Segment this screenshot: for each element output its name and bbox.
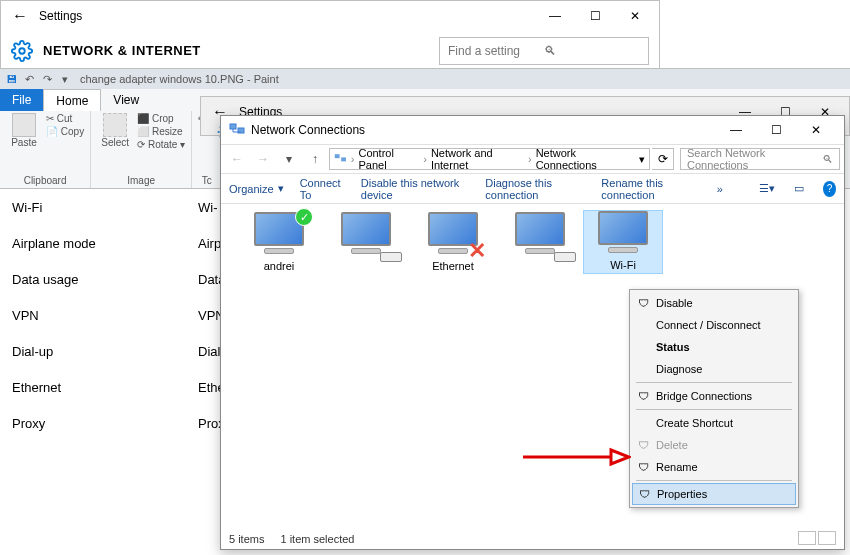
sidebar-item-data-usage[interactable]: Data usage [0, 261, 190, 297]
nc-maximize-button[interactable]: ☐ [756, 115, 796, 145]
modem-icon [380, 252, 402, 262]
cut-button[interactable]: ✂ Cut [46, 113, 84, 124]
nc-close-button[interactable]: ✕ [796, 115, 836, 145]
resize-button[interactable]: ⬜ Resize [137, 126, 185, 137]
ctx-disable[interactable]: 🛡︎Disable [632, 292, 796, 314]
sidebar-item-airplane[interactable]: Airplane mode [0, 225, 190, 261]
shield-icon: 🛡︎ [636, 296, 650, 310]
nc-view-buttons [798, 531, 836, 545]
address-box[interactable]: › Control Panel › Network and Internet ›… [329, 148, 650, 170]
ctx-shortcut[interactable]: Create Shortcut [632, 412, 796, 434]
header-label: NETWORK & INTERNET [43, 43, 201, 58]
network-icon [229, 122, 245, 138]
view-icons-button[interactable] [818, 531, 836, 545]
nc-body: ✓ andrei ✕ Ethernet Wi-Fi 🛡︎Disable Conn… [221, 204, 844, 524]
sidebar-item-wifi[interactable]: Wi-Fi [0, 189, 190, 225]
tab-home[interactable]: Home [43, 89, 101, 111]
sidebar-item-proxy[interactable]: Proxy [0, 405, 190, 441]
device-4[interactable] [500, 212, 580, 274]
check-icon: ✓ [295, 208, 313, 226]
paint-quick-access: 💾︎ ↶ ↷ ▾ change adapter windows 10.PNG -… [0, 69, 850, 89]
shield-icon: 🛡︎ [636, 438, 650, 452]
redo-icon[interactable]: ↷ [40, 72, 54, 86]
nc-search-input[interactable]: Search Network Connections 🔍︎ [680, 148, 840, 170]
nav-back-button[interactable]: ← [225, 147, 249, 171]
sidebar-item-ethernet[interactable]: Ethernet [0, 369, 190, 405]
crop-button[interactable]: ⬛ Crop [137, 113, 185, 124]
breadcrumb-1[interactable]: Control Panel [358, 147, 419, 171]
save-icon[interactable]: 💾︎ [4, 72, 18, 86]
sidebar-item-dialup[interactable]: Dial-up [0, 333, 190, 369]
organize-button[interactable]: Organize ▾ [229, 182, 284, 195]
sidebar-item-vpn[interactable]: VPN [0, 297, 190, 333]
qat-more-icon[interactable]: ▾ [58, 72, 72, 86]
ctx-separator [636, 480, 792, 481]
settings-window-1: ← Settings ― ☐ ✕ NETWORK & INTERNET Find… [0, 0, 660, 72]
ctx-status[interactable]: Status [632, 336, 796, 358]
refresh-button[interactable]: ⟳ [652, 148, 674, 170]
device-wifi[interactable]: Wi-Fi [583, 210, 663, 274]
undo-icon[interactable]: ↶ [22, 72, 36, 86]
ctx-separator [636, 409, 792, 410]
ctx-bridge[interactable]: 🛡︎Bridge Connections [632, 385, 796, 407]
tab-view[interactable]: View [101, 89, 151, 111]
shield-icon: 🛡︎ [636, 460, 650, 474]
x-icon: ✕ [467, 238, 487, 258]
back-button[interactable]: ← [5, 7, 35, 25]
svg-point-0 [19, 48, 25, 54]
paint-title: change adapter windows 10.PNG - Paint [80, 73, 279, 85]
nav-recent-button[interactable]: ▾ [277, 147, 301, 171]
paste-button[interactable]: Paste [6, 113, 42, 148]
maximize-button[interactable]: ☐ [575, 1, 615, 31]
image-label: Image [97, 175, 185, 186]
rotate-button[interactable]: ⟳ Rotate ▾ [137, 139, 185, 150]
settings-sidebar-canvas: Wi-Fi Airplane mode Data usage VPN Dial-… [0, 189, 190, 441]
settings-header: NETWORK & INTERNET Find a setting 🔍︎ [1, 31, 659, 71]
close-button[interactable]: ✕ [615, 1, 655, 31]
breadcrumb-2[interactable]: Network and Internet [431, 147, 524, 171]
nc-title: Network Connections [251, 123, 716, 137]
nc-address-bar: ← → ▾ ↑ › Control Panel › Network and In… [221, 144, 844, 174]
nav-forward-button[interactable]: → [251, 147, 275, 171]
connect-to-button[interactable]: Connect To [300, 177, 345, 201]
toolbar-overflow[interactable]: » [713, 183, 726, 195]
window-title: Settings [35, 9, 535, 23]
annotation-arrow [521, 447, 631, 467]
nc-minimize-button[interactable]: ― [716, 115, 756, 145]
search-placeholder: Find a setting [448, 44, 544, 58]
gear-icon [11, 40, 33, 62]
svg-rect-2 [230, 124, 236, 129]
breadcrumb-3[interactable]: Network Connections [536, 147, 631, 171]
view-details-button[interactable] [798, 531, 816, 545]
search-icon: 🔍︎ [544, 44, 640, 58]
nc-toolbar: Organize ▾ Connect To Disable this netwo… [221, 174, 844, 204]
ctx-properties[interactable]: 🛡︎Properties [632, 483, 796, 505]
modem-icon [554, 252, 576, 262]
network-connections-window: Network Connections ― ☐ ✕ ← → ▾ ↑ › Cont… [220, 115, 845, 550]
nav-up-button[interactable]: ↑ [303, 147, 327, 171]
select-button[interactable]: Select [97, 113, 133, 150]
disable-device-button[interactable]: Disable this network device [361, 177, 470, 201]
ctx-diagnose[interactable]: Diagnose [632, 358, 796, 380]
ctx-separator [636, 382, 792, 383]
ctx-delete: 🛡︎Delete [632, 434, 796, 456]
addr-dropdown-icon[interactable]: ▾ [639, 153, 645, 166]
shield-icon: 🛡︎ [636, 389, 650, 403]
svg-rect-5 [341, 157, 346, 161]
network-icon-small [334, 152, 347, 166]
nc-statusbar: 5 items 1 item selected [229, 533, 354, 545]
ctx-connect[interactable]: Connect / Disconnect [632, 314, 796, 336]
search-input[interactable]: Find a setting 🔍︎ [439, 37, 649, 65]
device-andrei[interactable]: ✓ andrei [239, 212, 319, 274]
view-options-button[interactable]: ☰▾ [758, 179, 774, 199]
device-ethernet[interactable]: ✕ Ethernet [413, 212, 493, 274]
minimize-button[interactable]: ― [535, 1, 575, 31]
preview-pane-button[interactable]: ▭ [791, 179, 807, 199]
tab-file[interactable]: File [0, 89, 43, 111]
ctx-rename[interactable]: 🛡︎Rename [632, 456, 796, 478]
device-2[interactable] [326, 212, 406, 274]
rename-button[interactable]: Rename this connection [601, 177, 697, 201]
help-button[interactable]: ? [823, 181, 836, 197]
copy-button[interactable]: 📄 Copy [46, 126, 84, 137]
diagnose-button[interactable]: Diagnose this connection [485, 177, 585, 201]
